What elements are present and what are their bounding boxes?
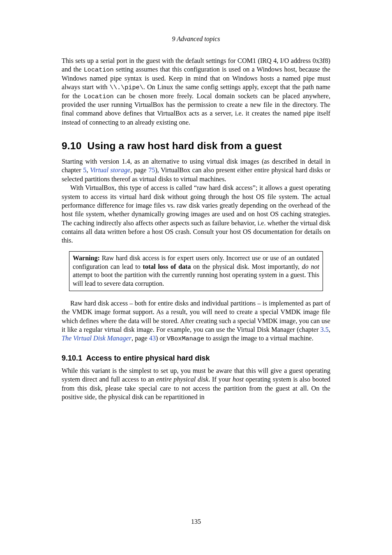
link-page-75[interactable]: 75	[148, 166, 155, 174]
link-text: Virtual storage	[90, 166, 130, 174]
text: , page	[130, 166, 148, 174]
link-virtual-disk-manager[interactable]: The Virtual Disk Manager	[62, 335, 131, 342]
section-number: 9.10	[62, 140, 81, 151]
page-number: 135	[62, 518, 330, 525]
link-page-43[interactable]: 43	[149, 335, 156, 342]
text: Raw hard disk access – both for entire d…	[62, 300, 330, 333]
warning-label: Warning:	[73, 254, 100, 261]
subsection-number: 9.10.1	[62, 354, 82, 362]
subsection-heading: 9.10.1 Access to entire physical hard di…	[62, 354, 330, 363]
running-head: 9 Advanced topics	[62, 35, 330, 43]
section-heading: 9.10 Using a raw host hard disk from a g…	[62, 140, 330, 152]
paragraph-sec-2: With VirtualBox, this type of access is …	[62, 184, 330, 245]
link-virtual-storage[interactable]: Virtual storage	[90, 166, 130, 174]
page: 9 Advanced topics This sets up a serial …	[0, 0, 392, 555]
subsection-title: Access to entire physical hard disk	[86, 354, 210, 362]
text: , page	[131, 335, 149, 342]
code-location-2: Location	[84, 93, 114, 100]
link-chapter-3-5[interactable]: 3.5	[321, 326, 329, 333]
italic-entire-physical-disk: entire physical disk	[156, 376, 208, 383]
paragraph-sec-1: Starting with version 1.4, as an alterna…	[62, 157, 330, 184]
warning-box: Warning: Raw hard disk access is for exp…	[69, 251, 323, 291]
paragraph-subsec-1: While this variant is the simplest to se…	[62, 367, 330, 402]
text: ,	[329, 326, 330, 333]
text: ,	[86, 166, 90, 174]
code-pipe-path: \\.\pipe\	[110, 84, 143, 91]
text: attempt to boot the partition with the c…	[73, 271, 319, 287]
section-title: Using a raw host hard disk from a guest	[88, 140, 282, 151]
link-text: The Virtual Disk Manager	[62, 335, 131, 342]
italic-host: host	[233, 376, 244, 383]
text: to assign the image to a virtual machine…	[204, 335, 314, 342]
paragraph-sec-3: Raw hard disk access – both for entire d…	[62, 299, 330, 343]
text: . If your	[208, 376, 233, 383]
text: ) or	[156, 335, 167, 342]
bold-total-loss: total loss of data	[143, 263, 191, 270]
code-vboxmanage: VBoxManage	[167, 335, 204, 342]
paragraph-intro: This sets up a serial port in the guest …	[62, 57, 330, 127]
warning-text: Warning: Raw hard disk access is for exp…	[73, 254, 319, 288]
code-location-1: Location	[84, 66, 114, 74]
italic-do-not: do not	[302, 263, 319, 270]
text: on the physical disk. Most importantly,	[191, 263, 302, 270]
